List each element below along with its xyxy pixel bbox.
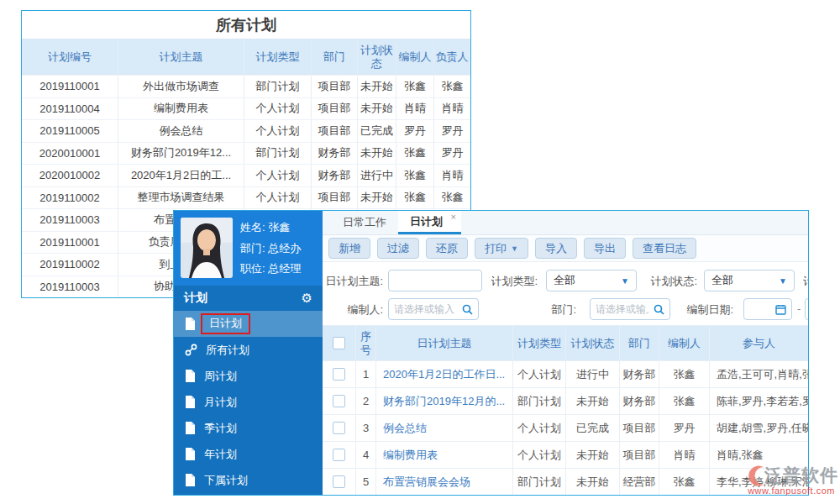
creator-filter-label: 编制人: [323,302,383,318]
sidebar: 姓名: 张鑫 部门: 总经办 职位: 总经理 计划 ⚙ 日计划 所有计划 [174,211,323,495]
cell-owner: 张鑫 [434,187,470,209]
row-checkbox[interactable] [333,395,345,407]
sidebar-item-label: 季计划 [204,421,237,436]
type-select[interactable]: 全部 ▼ [546,270,637,291]
date-from-field [743,298,792,320]
table-row[interactable]: 2019110002 整理市场调查结果 个人计划 项目部 未开始 张鑫 张鑫 [22,186,470,209]
sidebar-item-yearly-plan[interactable]: 年计划 [174,441,323,467]
column-header-plan-status: 计划状态 [358,39,396,75]
search-icon[interactable] [654,304,664,315]
cell-plan-status: 未开始 [358,76,396,97]
profile-name: 姓名: 张鑫 [240,220,301,235]
close-icon[interactable]: × [451,212,456,222]
sidebar-item-daily-plan[interactable]: 日计划 [174,311,323,337]
date-to-input[interactable] [806,303,808,315]
table-row[interactable]: 3 例会总结 个人计划 已完成 项目部 罗丹 胡建,胡雪,罗丹,任晓... [323,414,808,441]
cell-plan-status: 进行中 [358,165,396,186]
cell-plan-subject: 外出做市场调查 [118,76,244,97]
grid-body: 1 2020年1月2日的工作日... 个人计划 进行中 财务部 张鑫 孟浩,王可… [323,360,808,495]
tab-label: 日计划 [410,214,443,229]
daily-plan-panel: 姓名: 张鑫 部门: 总经办 职位: 总经理 计划 ⚙ 日计划 所有计划 [173,210,809,496]
cell-status: 未开始 [566,469,620,495]
table-row[interactable]: 1 2020年1月2日的工作日... 个人计划 进行中 财务部 张鑫 孟浩,王可… [323,360,808,387]
sidebar-item-label: 日计划 [209,317,242,329]
profile-department: 部门: 总经办 [240,241,301,256]
status-select[interactable]: 全部 ▼ [704,270,795,291]
table-row[interactable]: 2019110005 例会总结 个人计划 项目部 已完成 罗丹 罗丹 [22,119,470,142]
department-input[interactable] [591,303,654,315]
checkbox-cell [323,469,356,495]
cell-owner: 肖晴 [434,165,470,186]
export-button[interactable]: 导出 [584,238,626,259]
sidebar-item-all-plans[interactable]: 所有计划 [174,337,323,363]
column-header-plan-type: 计划类型 [244,39,312,75]
import-button[interactable]: 导入 [535,238,577,259]
cell-plan-subject: 例会总结 [118,120,244,142]
plan-subject-link[interactable]: 2020年1月2日的工作日... [376,361,513,387]
cell-creator: 肖晴 [396,98,434,120]
row-checkbox[interactable] [333,475,345,488]
cell-department: 项目部 [312,187,358,209]
cell-index: 3 [356,415,376,441]
table-row[interactable]: 5 布置营销展会会场 部门计划 未开始 经营部 张鑫 李华,李婷,柳琳,宋浩然 [323,468,808,495]
department-filter-label: 部门: [524,302,576,318]
sidebar-item-monthly-plan[interactable]: 月计划 [174,389,323,415]
column-header-subject: 日计划主题 [376,326,513,360]
column-header-creator: 编制人 [396,39,434,75]
column-header-index: 序号 [356,326,376,360]
subject-input[interactable] [389,275,481,286]
table-row[interactable]: 2019110001 外出做市场调查 部门计划 项目部 未开始 张鑫 张鑫 [22,75,470,97]
subject-filter-field [388,270,482,291]
table-row[interactable]: 2020010001 财务部门2019年12... 部门计划 财务部 未开始 张… [22,142,470,165]
cell-plan-status: 已完成 [358,120,396,142]
date-from-input[interactable] [744,303,775,315]
tab-daily-work[interactable]: 日常工作 [331,211,398,234]
plan-subject-link[interactable]: 编制费用表 [376,442,513,468]
cell-department: 项目部 [312,120,358,142]
cell-plan-number: 2019110001 [22,76,118,97]
sidebar-item-subordinate-plan[interactable]: 下属计划 [174,467,323,493]
tab-daily-plan[interactable]: 日计划 × [398,211,461,234]
view-log-button[interactable]: 查看日志 [633,238,696,259]
row-checkbox[interactable] [333,422,345,434]
row-checkbox[interactable] [333,368,345,381]
table-row[interactable]: 2 财务部门2019年12月的... 部门计划 未开始 财务部 张鑫 陈菲,罗丹… [323,387,808,414]
date-range-separator: - [797,302,801,315]
plan-subject-link[interactable]: 例会总结 [376,415,513,441]
column-header-owner: 负责人 [434,39,470,75]
cell-plan-number: 2019110002 [22,254,118,276]
cell-status: 未开始 [566,388,620,414]
table-row[interactable]: 4 编制费用表 个人计划 未开始 项目部 肖晴 肖晴,张鑫 [323,441,808,468]
cell-participants: 李华,李婷,柳琳,宋浩然 [710,469,808,495]
gear-icon[interactable]: ⚙ [302,291,312,306]
reset-button[interactable]: 还原 [426,238,468,259]
table-row[interactable]: 2020010002 2020年1月2日的工... 个人计划 财务部 进行中 张… [22,164,470,186]
calendar-icon[interactable] [775,304,786,315]
subject-filter-label: 日计划主题: [323,274,383,289]
creator-input[interactable] [389,303,462,315]
cell-plan-status: 未开始 [358,98,396,120]
cell-owner: 罗丹 [434,143,470,165]
select-all-checkbox[interactable] [333,337,345,349]
cell-status: 未开始 [566,442,620,468]
search-icon[interactable] [462,304,473,315]
date-to-field [805,298,808,320]
sidebar-item-weekly-plan[interactable]: 周计划 [174,363,323,389]
checkbox-cell [323,442,356,468]
print-button[interactable]: 打印 ▼ [475,238,528,259]
add-button[interactable]: 新增 [328,238,370,259]
plan-subject-link[interactable]: 财务部门2019年12月的... [376,388,513,414]
column-header-plan-number: 计划编号 [22,39,118,75]
cell-department: 项目部 [620,442,659,468]
cell-plan-subject: 财务部门2019年12... [118,143,244,165]
plan-subject-link[interactable]: 布置营销展会会场 [376,469,513,495]
file-icon [185,396,196,408]
file-icon [185,422,196,434]
row-checkbox[interactable] [333,449,345,461]
filter-button[interactable]: 过滤 [377,238,419,259]
table-row[interactable]: 2019110004 编制费用表 个人计划 项目部 未开始 肖晴 肖晴 [22,97,470,120]
sidebar-item-quarterly-plan[interactable]: 季计划 [174,415,323,441]
filter-area: 日计划主题: 计划类型: 全部 ▼ 计划状态: 全部 ▼ 计 编制人: [323,262,808,326]
cell-department: 项目部 [620,415,659,441]
status-filter-label: 计划状态: [638,274,697,289]
